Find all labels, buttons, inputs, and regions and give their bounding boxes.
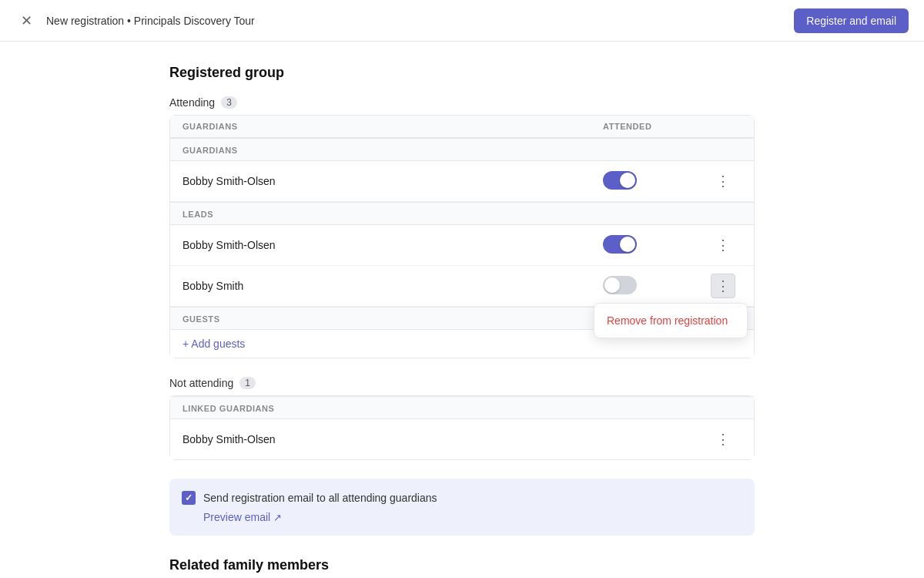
not-attending-header: Not attending 1 [169, 377, 755, 389]
register-and-email-button[interactable]: Register and email [794, 8, 909, 33]
dropdown-wrapper: ⋮ Remove from registration [711, 274, 742, 298]
table-row: Bobby Smith-Olsen ⋮ [170, 225, 754, 266]
header-left: ✕ New registration • Principals Discover… [15, 10, 255, 32]
leads-section-label: LEADS [182, 210, 213, 219]
attended-toggle-off[interactable] [603, 276, 711, 297]
remove-from-registration-item[interactable]: Remove from registration [594, 307, 747, 334]
attending-table: GUARDIANS ATTENDED GUARDIANS Bobby Smith… [169, 115, 755, 358]
attended-column-header: ATTENDED [603, 122, 711, 131]
close-button[interactable]: ✕ [15, 10, 37, 32]
row-menu-button[interactable]: ⋮ [711, 169, 735, 193]
related-family-title: Related family members [169, 557, 755, 573]
guardians-column-header: GUARDIANS [182, 122, 603, 131]
preview-email-text: Preview email [203, 511, 270, 523]
preview-email-link[interactable]: Preview email ↗ [203, 511, 742, 523]
row-menu-button-active[interactable]: ⋮ [711, 274, 735, 298]
row-menu-button[interactable]: ⋮ [711, 427, 735, 452]
row-menu-button[interactable]: ⋮ [711, 233, 735, 257]
new-registration-label: New registration [46, 15, 124, 27]
header-separator: • [127, 15, 134, 27]
actions-column-header [711, 122, 742, 131]
registered-group-title: Registered group [169, 65, 755, 81]
context-menu: Remove from registration [594, 303, 748, 338]
person-name: Bobby Smith-Olsen [182, 433, 711, 445]
person-name: Bobby Smith [182, 280, 603, 292]
guardians-section-row: GUARDIANS [170, 138, 754, 161]
attended-toggle-on[interactable] [603, 171, 711, 192]
linked-guardians-section-row: LINKED GUARDIANS [170, 396, 754, 419]
not-attending-count: 1 [239, 377, 256, 389]
person-name: Bobby Smith-Olsen [182, 175, 603, 187]
header: ✕ New registration • Principals Discover… [0, 0, 924, 42]
main-content: Registered group Attending 3 GUARDIANS A… [154, 42, 770, 578]
send-email-label: Send registration email to all attending… [203, 492, 437, 504]
guests-section-label: GUESTS [182, 314, 220, 324]
external-link-icon: ↗ [273, 512, 282, 523]
table-row: Bobby Smith-Olsen ⋮ [170, 419, 754, 459]
related-family-section: Related family members These family memb… [169, 557, 755, 578]
table-row: Bobby Smith ⋮ Remove from registration [170, 266, 754, 307]
guardians-section-label: GUARDIANS [182, 146, 238, 155]
header-title: New registration • Principals Discovery … [46, 15, 255, 27]
attending-count: 3 [221, 96, 237, 109]
attending-header: Attending 3 [169, 96, 755, 109]
leads-section-row: LEADS [170, 202, 754, 225]
attending-label: Attending [169, 96, 215, 109]
add-guests-button[interactable]: + Add guests [182, 338, 245, 350]
send-email-checkbox[interactable]: ✓ [182, 491, 196, 505]
person-name: Bobby Smith-Olsen [182, 239, 603, 251]
email-checkbox-row: ✓ Send registration email to all attendi… [182, 491, 742, 505]
table-header: GUARDIANS ATTENDED [170, 116, 754, 138]
linked-guardians-label: LINKED GUARDIANS [182, 404, 274, 413]
not-attending-table: LINKED GUARDIANS Bobby Smith-Olsen ⋮ [169, 395, 755, 460]
not-attending-label: Not attending [169, 377, 233, 389]
attended-toggle-on[interactable] [603, 235, 711, 256]
checkbox-check-icon: ✓ [185, 492, 192, 503]
event-name-label: Principals Discovery Tour [134, 15, 255, 27]
email-section: ✓ Send registration email to all attendi… [169, 479, 755, 536]
table-row: Bobby Smith-Olsen ⋮ [170, 161, 754, 202]
